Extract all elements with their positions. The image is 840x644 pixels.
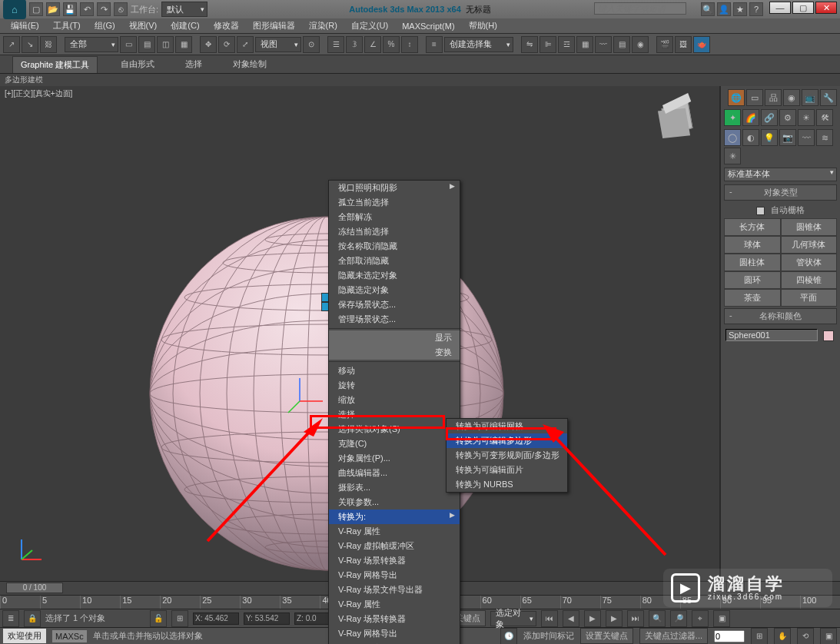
- x-input[interactable]: [193, 612, 239, 625]
- zoom-all-icon[interactable]: 🔎: [670, 610, 687, 627]
- ctx-item[interactable]: V-Ray 场景转换器: [329, 612, 460, 626]
- ctx-item[interactable]: 转换为 NURBS: [447, 477, 567, 492]
- lookup-icon[interactable]: 🔍: [701, 2, 715, 16]
- ribbon-tab[interactable]: 选择: [178, 56, 210, 72]
- graphite-icon[interactable]: ▦: [576, 36, 593, 53]
- object-name-input[interactable]: [725, 329, 818, 341]
- object-type-button[interactable]: 圆锥体: [781, 218, 838, 236]
- object-type-button[interactable]: 圆环: [724, 271, 781, 289]
- ctx-item[interactable]: 按名称取消隐藏: [329, 239, 460, 254]
- context-menu[interactable]: 视口照明和阴影孤立当前选择全部解冻冻结当前选择按名称取消隐藏全部取消隐藏隐藏未选…: [328, 180, 460, 644]
- ctx-item[interactable]: 旋转: [329, 378, 460, 393]
- systems-icon[interactable]: ✳: [724, 148, 741, 164]
- maximize-button[interactable]: ▢: [792, 2, 814, 14]
- zoom-icon[interactable]: 🔍: [649, 610, 666, 627]
- schematic-icon[interactable]: ▤: [613, 36, 630, 53]
- ctx-item[interactable]: 全部取消隐藏: [329, 254, 460, 268]
- menu-渲染(R)[interactable]: 渲染(R): [303, 18, 344, 33]
- object-type-button[interactable]: 几何球体: [781, 236, 838, 254]
- menu-图形编辑器[interactable]: 图形编辑器: [247, 18, 301, 33]
- ctx-item[interactable]: 移动: [329, 363, 460, 378]
- ctx-item[interactable]: 摄影表...: [329, 480, 460, 495]
- category-dropdown[interactable]: 标准基本体: [724, 168, 837, 181]
- app-logo[interactable]: ⌂: [3, 0, 26, 19]
- ctx-item[interactable]: 选择类似对象(S): [329, 422, 460, 437]
- undo-icon[interactable]: ↶: [80, 2, 94, 16]
- arc-rotate-icon[interactable]: ⟲: [797, 628, 814, 645]
- cameras-icon[interactable]: 📷: [779, 129, 796, 146]
- ctx-item[interactable]: 隐藏选定对象: [329, 283, 460, 297]
- new-icon[interactable]: ▢: [29, 2, 43, 16]
- select-region-icon[interactable]: ◫: [157, 36, 174, 53]
- fov-icon[interactable]: ⌖: [692, 610, 709, 627]
- abs-rel-icon[interactable]: ⊞: [171, 610, 188, 627]
- menu-自定义(U)[interactable]: 自定义(U): [345, 18, 394, 33]
- menu-视图(V)[interactable]: 视图(V): [123, 18, 164, 33]
- view-icon[interactable]: ▭: [746, 89, 763, 106]
- ctx-item[interactable]: 克隆(C): [329, 437, 460, 451]
- save-icon[interactable]: 💾: [63, 2, 77, 16]
- material-icon[interactable]: ◉: [632, 36, 649, 53]
- menu-MAXScript(M)[interactable]: MAXScript(M): [396, 20, 460, 32]
- ctx-item[interactable]: 关联参数...: [329, 495, 460, 510]
- ctx-item[interactable]: 转换为:: [329, 510, 460, 524]
- helpers-icon[interactable]: 〰: [798, 129, 815, 146]
- maximize-vp-icon[interactable]: ▣: [820, 628, 837, 645]
- ctx-item[interactable]: 转换为可编辑面片: [447, 463, 567, 477]
- context-submenu[interactable]: 转换为可编辑网格转换为可编辑多边形转换为可变形规则面/多边形转换为可编辑面片转换…: [446, 418, 568, 493]
- menu-组(G)[interactable]: 组(G): [88, 18, 121, 33]
- frame-input[interactable]: [714, 630, 745, 642]
- keyfilter-button[interactable]: 关键点过滤器...: [639, 628, 708, 644]
- object-type-button[interactable]: 茶壶: [724, 289, 781, 307]
- ctx-item[interactable]: 冻结当前选择: [329, 224, 460, 239]
- geom-icon[interactable]: ◯: [724, 129, 741, 146]
- workspace-dropdown[interactable]: 默认: [161, 2, 208, 17]
- ctx-item[interactable]: V-Ray 属性: [329, 524, 460, 539]
- manipulate-icon[interactable]: ☰: [327, 36, 344, 53]
- viewport[interactable]: [+][正交][真实+边面]: [0, 86, 719, 581]
- shapes-icon[interactable]: ◐: [742, 129, 759, 146]
- maxscript-button[interactable]: MAXSc: [52, 630, 87, 642]
- signin-icon[interactable]: 👤: [717, 2, 731, 16]
- ctx-item[interactable]: V-Ray 属性: [329, 597, 460, 612]
- time-tag-icon[interactable]: 🕓: [500, 628, 517, 645]
- object-type-button[interactable]: 圆柱体: [724, 254, 781, 271]
- rollout-name-color[interactable]: 名称和颜色: [724, 308, 837, 324]
- redo-icon[interactable]: ↷: [97, 2, 111, 16]
- y-input[interactable]: [244, 612, 290, 625]
- viewcube[interactable]: [658, 100, 696, 138]
- globe-icon[interactable]: 🌐: [728, 89, 745, 106]
- render-setup-icon[interactable]: 🎬: [656, 36, 673, 53]
- ribbon-tab[interactable]: Graphite 建模工具: [12, 56, 98, 73]
- render-frame-icon[interactable]: 🖼: [675, 36, 692, 53]
- goto-start-icon[interactable]: ⏮: [541, 610, 558, 627]
- ctx-item[interactable]: 对象属性(P)...: [329, 451, 460, 466]
- next-frame-icon[interactable]: ▶: [606, 610, 623, 627]
- ctx-item[interactable]: 曲线编辑器...: [329, 466, 460, 480]
- unlink-tool-icon[interactable]: ↘: [22, 36, 38, 53]
- snap-icon[interactable]: 𝟛: [346, 36, 363, 53]
- select-name-icon[interactable]: ▤: [138, 36, 155, 53]
- bind-tool-icon[interactable]: ⛓: [40, 36, 57, 53]
- select-icon[interactable]: ▭: [120, 36, 137, 53]
- menu-编辑(E)[interactable]: 编辑(E): [5, 18, 45, 33]
- maxview-icon[interactable]: ▣: [713, 610, 730, 627]
- pan-icon[interactable]: ✋: [774, 628, 791, 645]
- link-tool-icon[interactable]: ↗: [3, 36, 20, 53]
- render-icon[interactable]: 🫖: [693, 36, 710, 53]
- ctx-item[interactable]: 转换为可编辑网格: [447, 419, 567, 433]
- favorite-icon[interactable]: ★: [733, 2, 747, 16]
- minimize-button[interactable]: —: [769, 2, 791, 14]
- ctx-item[interactable]: V-Ray 虚拟帧缓冲区: [329, 539, 460, 553]
- play-icon[interactable]: ▶: [584, 610, 601, 627]
- layer-icon[interactable]: ☲: [558, 36, 575, 53]
- object-type-button[interactable]: 长方体: [724, 218, 781, 236]
- ctx-item[interactable]: 全部解冻: [329, 210, 460, 224]
- help-icon[interactable]: ?: [749, 2, 763, 16]
- ctx-item[interactable]: 孤立当前选择: [329, 195, 460, 210]
- lights-icon[interactable]: 💡: [761, 129, 778, 146]
- ctx-item[interactable]: 隐藏未选定对象: [329, 268, 460, 283]
- ribbon-subbar[interactable]: 多边形建模: [0, 74, 840, 86]
- angle-snap-icon[interactable]: ∠: [364, 36, 381, 53]
- link-icon[interactable]: ⎋: [114, 2, 128, 16]
